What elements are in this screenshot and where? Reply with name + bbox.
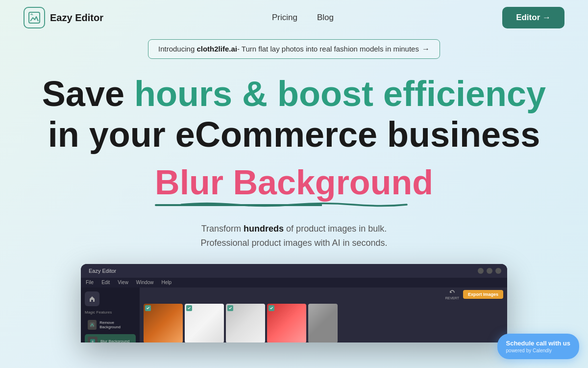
image-thumb-2[interactable] <box>185 304 224 342</box>
hero-line1-highlight: hours & boost efficiency <box>134 74 546 113</box>
nav-blog[interactable]: Blog <box>317 13 334 23</box>
main-canvas-area: REVERT Export Images <box>140 288 507 342</box>
img-checkbox-4[interactable] <box>269 305 274 311</box>
revert-label: REVERT <box>445 296 459 300</box>
announcement-brand: cloth2life.ai <box>196 45 237 53</box>
app-screenshot-wrapper: Eazy Editor File Edit View Window Help <box>0 264 588 342</box>
image-thumb-5[interactable] <box>308 304 338 342</box>
nav-links: Pricing Blog <box>272 13 334 23</box>
menu-edit[interactable]: Edit <box>101 280 110 285</box>
minimize-dot[interactable] <box>478 268 484 274</box>
canvas-top-bar: REVERT Export Images <box>140 288 507 302</box>
schedule-powered: powered by Calendly <box>506 348 570 353</box>
announcement-arrow: → <box>422 45 430 53</box>
blur-bg-icon <box>88 337 98 342</box>
home-icon[interactable] <box>85 291 99 306</box>
remove-bg-tool[interactable]: Remove Background <box>85 317 136 332</box>
close-dot[interactable] <box>495 268 501 274</box>
remove-bg-icon <box>88 320 97 330</box>
maximize-dot[interactable] <box>487 268 492 274</box>
schedule-title: Schedule call with us <box>506 340 570 347</box>
check-icon-1 <box>146 306 150 310</box>
sidebar-panel: Magic Features Remove Background <box>81 288 140 342</box>
remove-bg-label: Remove Background <box>99 320 133 329</box>
hero-animated-text: Blur Background <box>155 163 433 202</box>
announcement-prefix: Introducing <box>158 45 196 53</box>
window-content: Magic Features Remove Background <box>81 288 507 342</box>
announcement-suffix: - Turn flat lay photos into real fashion… <box>237 45 419 53</box>
hero-title-line1: Save hours & boost efficiency <box>20 75 568 113</box>
blur-bg-tool[interactable]: Blur Background <box>85 334 136 342</box>
blur-bg-label: Blur Background <box>100 339 129 342</box>
hero-title-line2: in your eCommerce business <box>20 115 568 154</box>
menu-help[interactable]: Help <box>161 280 172 285</box>
home-svg <box>89 295 96 302</box>
check-icon-4 <box>270 306 273 310</box>
nav-pricing[interactable]: Pricing <box>272 13 297 23</box>
window-controls <box>478 268 501 274</box>
magic-features-label: Magic Features <box>85 310 136 315</box>
revert-icon <box>449 289 455 295</box>
subtitle-bold: hundreds <box>244 224 284 234</box>
img-checkbox-1[interactable] <box>145 305 151 311</box>
window-menubar: File Edit View Window Help <box>81 278 507 288</box>
blur-bg-svg <box>90 339 95 342</box>
announcement-inner[interactable]: Introducing cloth2life.ai- Turn flat lay… <box>148 39 440 59</box>
hero-section: Save hours & boost efficiency in your eC… <box>0 75 588 250</box>
menu-file[interactable]: File <box>86 280 94 285</box>
logo-icon <box>24 7 45 28</box>
window-title: Eazy Editor <box>89 268 116 274</box>
schedule-widget[interactable]: Schedule call with us powered by Calendl… <box>497 334 579 359</box>
hero-animated-wrapper: Blur Background <box>20 159 568 208</box>
image-thumb-1[interactable] <box>144 304 183 342</box>
menu-window[interactable]: Window <box>136 280 154 285</box>
svg-point-4 <box>92 341 94 342</box>
remove-bg-svg <box>90 322 95 327</box>
logo-area: Eazy Editor <box>24 7 103 28</box>
window-titlebar: Eazy Editor <box>81 264 507 278</box>
hero-line1-start: Save <box>42 74 134 113</box>
check-icon-2 <box>187 306 191 310</box>
announcement-banner[interactable]: Introducing cloth2life.ai- Turn flat lay… <box>0 39 588 59</box>
image-thumb-3[interactable] <box>226 304 265 342</box>
subtitle2: Professional product images with AI in s… <box>200 238 387 248</box>
export-button[interactable]: Export Images <box>463 290 503 299</box>
img-checkbox-3[interactable] <box>227 305 233 311</box>
editor-button[interactable]: Editor → <box>502 7 564 28</box>
img-checkbox-2[interactable] <box>186 305 192 311</box>
hero-subtitle: Transform hundreds of product images in … <box>20 222 568 250</box>
menu-view[interactable]: View <box>118 280 128 285</box>
image-thumb-4[interactable] <box>267 304 306 342</box>
logo-svg <box>28 11 41 24</box>
image-grid <box>140 302 507 342</box>
logo-text: Eazy Editor <box>50 12 103 24</box>
subtitle-start: Transform <box>201 224 244 234</box>
subtitle-end: of product images in bulk. <box>284 224 387 234</box>
svg-rect-2 <box>90 322 95 327</box>
app-window: Eazy Editor File Edit View Window Help <box>81 264 507 342</box>
revert-button[interactable]: REVERT <box>445 289 459 300</box>
navbar: Eazy Editor Pricing Blog Editor → <box>0 0 588 35</box>
check-icon-3 <box>228 306 232 310</box>
